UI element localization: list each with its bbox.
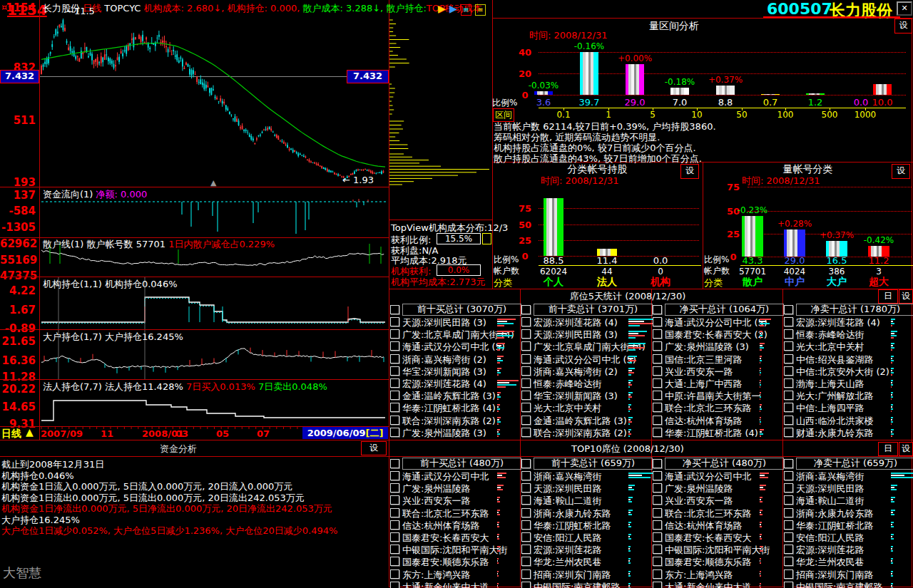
row-checkbox[interactable] (390, 354, 399, 363)
play-blue-icon[interactable]: ▶ (449, 3, 457, 14)
header-checkbox[interactable] (521, 459, 531, 468)
seat-row[interactable]: 广发:北京阜成门南大街 (4) (521, 341, 653, 353)
timeline-cursor-date[interactable]: 2009/06/09[二] (302, 427, 388, 439)
row-checkbox[interactable] (653, 428, 662, 437)
vol-class-settings-button[interactable]: 设 (892, 164, 910, 179)
seat-row[interactable]: 华宝:深圳新闻路 (3) (521, 390, 653, 402)
seat-row[interactable]: 华泰:江阴虹桥北路 (4) (390, 402, 521, 414)
seat-row[interactable]: 中原:许昌南关大街第一 (653, 390, 784, 402)
row-checkbox[interactable] (784, 403, 793, 412)
seat-row[interactable]: 中信:绍兴县鉴湖路 (784, 354, 913, 366)
seat-row[interactable]: 浙商:永康九铃东路 (521, 507, 653, 520)
row-checkbox[interactable] (653, 416, 662, 425)
seat-row[interactable]: 广发:泉州温陵路 (3) (653, 341, 784, 353)
row-checkbox[interactable] (390, 341, 399, 351)
seat-row[interactable]: 信达:杭州体育场路 (390, 520, 521, 532)
row-checkbox[interactable] (653, 582, 662, 588)
seat-row[interactable]: 天源:深圳民田路 (3) (521, 329, 653, 341)
row-checkbox[interactable] (521, 354, 531, 363)
seat-row[interactable]: 广发:泉州温陵路 (653, 483, 784, 495)
seat-row[interactable]: 山西:临汾北洪家楼 (784, 415, 913, 427)
row-checkbox[interactable] (390, 545, 399, 554)
seat-row[interactable]: 光大:北京中关村 (521, 402, 653, 414)
row-checkbox[interactable] (390, 557, 399, 566)
row-checkbox[interactable] (521, 391, 531, 400)
seat-row[interactable]: 国泰君安:长春西安大 (390, 532, 521, 544)
table-header[interactable]: 净买十总计 (480万) (653, 458, 784, 469)
row-checkbox[interactable] (784, 317, 793, 326)
row-checkbox[interactable] (390, 471, 399, 480)
row-checkbox[interactable] (521, 329, 531, 339)
seat-row[interactable]: 宏源:深圳莲花路 (4) (784, 316, 913, 329)
close-button[interactable]: ✕ (897, 1, 912, 16)
row-checkbox[interactable] (784, 520, 793, 530)
notes-doc-icon[interactable]: ≡ (475, 4, 486, 16)
row-checkbox[interactable] (390, 483, 399, 492)
row-checkbox[interactable] (521, 378, 531, 388)
seat-row[interactable]: 天源:深圳民田路 (3) (390, 316, 521, 329)
row-checkbox[interactable] (521, 569, 531, 579)
row-checkbox[interactable] (653, 483, 662, 492)
seat-row[interactable]: 安信:阳江人民路 (784, 532, 913, 544)
seat-row[interactable]: 中银国际:沈阳和平南大街 (390, 544, 521, 556)
row-checkbox[interactable] (390, 403, 399, 412)
seat-row[interactable]: 联合:北京北三环东路 (653, 402, 784, 414)
seat-row[interactable]: 广发:北京阜成门南大街 (4) (390, 329, 521, 341)
seat-row[interactable]: 海通:鞍山二道街 (784, 495, 913, 507)
seat-row[interactable]: 恒泰:赤峰哈达街 (784, 329, 913, 341)
row-checkbox[interactable] (521, 532, 531, 542)
seat-row[interactable]: 金通:温岭东辉北路 (3) (521, 415, 653, 427)
row-checkbox[interactable] (784, 483, 793, 492)
seat-row[interactable]: 国泰君安:顺德东乐路 (653, 556, 784, 568)
seat-row[interactable]: 中信:上海四平路 (784, 402, 913, 414)
row-checkbox[interactable] (784, 378, 793, 388)
header-checkbox[interactable] (521, 305, 531, 314)
row-checkbox[interactable] (784, 329, 793, 339)
row-checkbox[interactable] (784, 354, 793, 363)
seat-row[interactable]: 海通:武汉分公司中北 (390, 470, 521, 483)
top10-settings-button[interactable]: 设 (899, 442, 913, 456)
header-checkbox[interactable] (390, 459, 399, 468)
row-checkbox[interactable] (521, 483, 531, 492)
row-checkbox[interactable] (653, 378, 662, 388)
seat-row[interactable]: 兴业:西安东一路 (390, 495, 521, 507)
seat-row[interactable]: 华龙:兰州农民巷 (521, 556, 653, 568)
seat-row[interactable]: 信达:杭州体育场路 (653, 520, 784, 532)
row-checkbox[interactable] (521, 366, 531, 376)
seat-row[interactable]: 中银国际:南京建邺路 (521, 581, 653, 588)
row-checkbox[interactable] (521, 416, 531, 425)
row-checkbox[interactable] (390, 532, 399, 542)
row-checkbox[interactable] (784, 569, 793, 579)
row-checkbox[interactable] (653, 354, 662, 363)
seat-row[interactable]: 兴业:西安东一路 (653, 366, 784, 378)
seat-row[interactable]: 华泰:江阴虹桥北路 (521, 520, 653, 532)
row-checkbox[interactable] (390, 508, 399, 517)
seat-row[interactable]: 华泰:江阴虹桥北路 (4) (653, 427, 784, 439)
seat-row[interactable]: 国泰君安:长春西安大 (2) (653, 329, 784, 341)
row-checkbox[interactable] (653, 329, 662, 339)
play-yellow-icon[interactable]: ▶ (438, 3, 446, 14)
row-checkbox[interactable] (784, 428, 793, 437)
seat-row[interactable]: 国泰君安:长春西安大 (653, 532, 784, 544)
row-checkbox[interactable] (784, 508, 793, 517)
row-checkbox[interactable] (784, 582, 793, 588)
row-checkbox[interactable] (521, 508, 531, 517)
seat-row[interactable]: 宏源:深圳莲花路 (4) (390, 378, 521, 390)
header-checkbox[interactable] (784, 305, 793, 314)
table-header[interactable]: 净卖十总计 (659万) (784, 458, 913, 469)
row-checkbox[interactable] (784, 366, 793, 376)
row-checkbox[interactable] (390, 582, 399, 588)
seat-row[interactable]: 广发:泉州温陵路 (390, 483, 521, 495)
row-checkbox[interactable] (390, 366, 399, 376)
seat-row[interactable]: 中银国际:沈阳和平南大街 (653, 544, 784, 556)
row-checkbox[interactable] (784, 341, 793, 351)
seat-row[interactable]: 光大:北京中关村 (784, 341, 913, 353)
row-checkbox[interactable] (521, 428, 531, 437)
seat-row[interactable]: 浙商:嘉兴梅湾街 (521, 470, 653, 483)
seat-row[interactable]: 中银国际:南京建邺路 (784, 581, 913, 588)
seat-row[interactable]: 海通:武汉分公司中北 (5) (390, 341, 521, 353)
row-checkbox[interactable] (784, 532, 793, 542)
seat-row[interactable]: 东方:上海鸿兴路 (390, 569, 521, 581)
row-checkbox[interactable] (390, 317, 399, 326)
seat-row[interactable]: 浙商:嘉兴梅湾街 (2) (521, 366, 653, 378)
